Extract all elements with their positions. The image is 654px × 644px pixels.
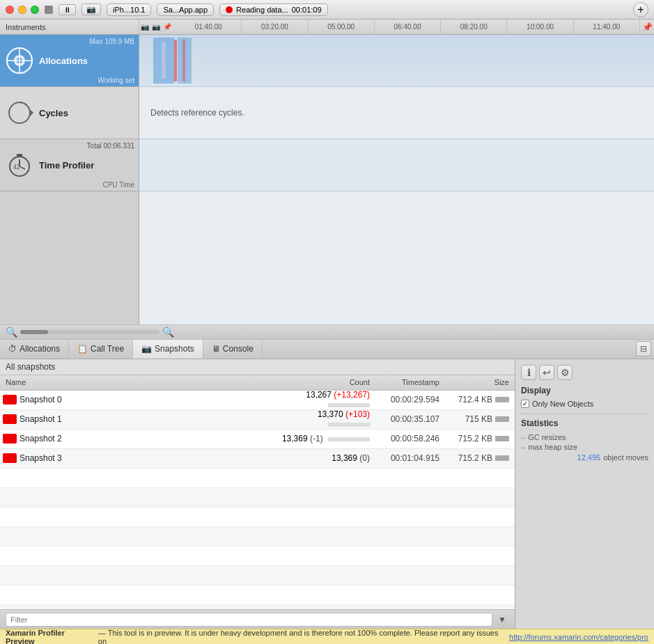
zoom-bar: 🔍 🔍 [0, 324, 654, 340]
device-selector[interactable]: iPh...10.1 [107, 3, 151, 16]
stop-button[interactable] [45, 6, 53, 14]
only-new-objects-checkbox[interactable]: ✓ [521, 400, 529, 408]
title-bar: ⏸ 📷 iPh...10.1 Sa...App.app Reading data… [0, 0, 654, 19]
time-profiler-icon: 42 [0, 151, 39, 179]
pause-button[interactable]: ⏸ [59, 4, 76, 15]
snapshot-area: All snapshots Name Count Timestamp Size … [0, 359, 515, 629]
allocations-bottom: Working set [98, 77, 134, 84]
all-snapshots-header: All snapshots [0, 359, 515, 375]
instrument-cycles[interactable]: Cycles [0, 87, 139, 139]
screenshot-button[interactable]: 📷 [81, 3, 101, 15]
zoom-slider[interactable] [20, 330, 159, 334]
snapshot-icon-3 [3, 453, 17, 463]
snapshot-name-0: Snapshot 0 [0, 395, 278, 405]
settings-button[interactable]: ⚙ [557, 365, 573, 380]
size-cell-2: 715.2 KB [445, 434, 515, 443]
tab-snapshots-label: Snapshots [155, 344, 194, 354]
stats-value-label: object moves [603, 453, 648, 462]
status-bar: Xamarin Profiler Preview — This tool is … [0, 629, 654, 644]
tab-allocations[interactable]: ⏱ Allocations [0, 340, 69, 359]
tab-allocations-icon: ⏱ [8, 344, 17, 354]
empty-row [0, 586, 515, 605]
tick-2: 05:00.00 [309, 19, 375, 35]
only-new-objects-label: Only New Objects [532, 400, 593, 408]
stats-value-num: 12,495 [577, 453, 601, 462]
allocations-info: Allocations [39, 56, 139, 66]
tab-snapshots[interactable]: 📷 Snapshots [133, 340, 203, 359]
col-header-timestamp: Timestamp [375, 378, 445, 386]
main-area: Allocations Max 109.9 MB Working set Cyc… [0, 35, 654, 324]
count-cell-2: 13,369 (-1) [278, 434, 375, 443]
svg-line-10 [20, 166, 25, 169]
size-bar-0 [495, 397, 509, 402]
table-row[interactable]: Snapshot 2 13,369 (-1) 00:00:58.246 715.… [0, 430, 515, 449]
timestamp-cell-1: 00:00:35.107 [375, 414, 445, 424]
recording-dot [226, 6, 233, 13]
count-cell-3: 13,369 (0) [278, 453, 375, 463]
tab-console[interactable]: 🖥 Console [203, 340, 263, 359]
timestamp-cell-3: 00:01:04.915 [375, 453, 445, 463]
snapshot-name-3: Snapshot 3 [0, 453, 278, 463]
timeline-pin-right[interactable]: 📌 [640, 22, 654, 32]
snapshot-icon-2 [3, 434, 17, 443]
status-link[interactable]: http://forums.xamarin.com/categories/pro [509, 633, 648, 641]
track-cycles: Detects reference cycles. [139, 87, 654, 139]
time-profiler-subtitle: Total 00:06.331 [87, 142, 139, 150]
app-label: Sa...App.app [163, 6, 208, 14]
close-button[interactable] [6, 6, 14, 14]
stats-item-heap: – max heap size [521, 442, 648, 452]
zoom-in-icon[interactable]: 🔍 [162, 327, 174, 338]
zoom-out-icon[interactable]: 🔍 [6, 327, 17, 338]
display-title: Display [521, 386, 648, 395]
left-panel: Allocations Max 109.9 MB Working set Cyc… [0, 35, 139, 324]
svg-rect-8 [17, 154, 22, 157]
stats-divider [521, 414, 648, 414]
timer-label: 00:01:09 [292, 6, 322, 14]
status-prefix: Xamarin Profiler Preview [6, 629, 95, 645]
table-row[interactable]: Snapshot 3 13,369 (0) 00:01:04.915 715.2… [0, 449, 515, 469]
minimize-button[interactable] [18, 6, 26, 14]
tab-call-tree-label: Call Tree [91, 344, 124, 354]
size-bar-2 [495, 436, 509, 441]
tick-3: 06:40.00 [375, 19, 441, 35]
app-selector[interactable]: Sa...App.app [157, 3, 214, 16]
back-button[interactable]: ↩ [539, 365, 554, 380]
filter-input[interactable] [6, 613, 492, 627]
filter-bar: ▼ [0, 609, 515, 629]
cycles-name: Cycles [39, 108, 139, 118]
tick-0: 01:40.00 [176, 19, 242, 35]
add-button[interactable]: + [633, 2, 648, 17]
tab-call-tree[interactable]: 📋 Call Tree [69, 340, 133, 359]
size-bar-3 [495, 455, 509, 461]
recording-badge: Reading data... 00:01:09 [219, 3, 327, 16]
info-button[interactable]: ℹ [521, 365, 536, 380]
snapshot-name-1: Snapshot 1 [0, 414, 278, 424]
instrument-time-profiler[interactable]: 42 Time Profiler Total 00:06.331 CPU Tim… [0, 139, 139, 191]
count-cell-1: 13,370 (+103) [278, 409, 375, 429]
stats-panel: ℹ ↩ ⚙ Display ✓ Only New Objects Statist… [515, 359, 654, 629]
track-allocations [139, 35, 654, 87]
table-row[interactable]: Snapshot 0 13,267 (+13,267) 00:00:29.594… [0, 391, 515, 410]
instrument-allocations[interactable]: Allocations Max 109.9 MB Working set [0, 35, 139, 87]
maximize-button[interactable] [31, 6, 39, 14]
filter-dropdown-button[interactable]: ▼ [495, 613, 509, 627]
timestamp-cell-2: 00:00:58.246 [375, 434, 445, 443]
tick-1: 03:20.00 [242, 19, 308, 35]
app-body: Instruments 📷 📷 📌 01:40.00 03:20.00 05:0… [0, 19, 654, 644]
snapshot-name-2: Snapshot 2 [0, 434, 278, 443]
tick-5: 10:00.00 [507, 19, 573, 35]
tab-call-tree-icon: 📋 [77, 344, 88, 354]
collapse-button[interactable]: ⊟ [636, 341, 651, 356]
tab-allocations-label: Allocations [20, 344, 60, 354]
table-row[interactable]: Snapshot 1 13,370 (+103) 00:00:35.107 71… [0, 410, 515, 430]
time-profiler-name: Time Profiler [39, 160, 139, 171]
allocations-icon [0, 47, 39, 74]
cycles-icon [0, 99, 39, 127]
window-controls [6, 6, 39, 14]
snapshot-icon-0 [3, 395, 17, 405]
only-new-objects-row[interactable]: ✓ Only New Objects [521, 400, 648, 408]
content-area: All snapshots Name Count Timestamp Size … [0, 359, 654, 629]
time-profiler-info: Time Profiler [39, 160, 139, 171]
table-body: Snapshot 0 13,267 (+13,267) 00:00:29.594… [0, 391, 515, 610]
snapshot-icon-1 [3, 414, 17, 424]
